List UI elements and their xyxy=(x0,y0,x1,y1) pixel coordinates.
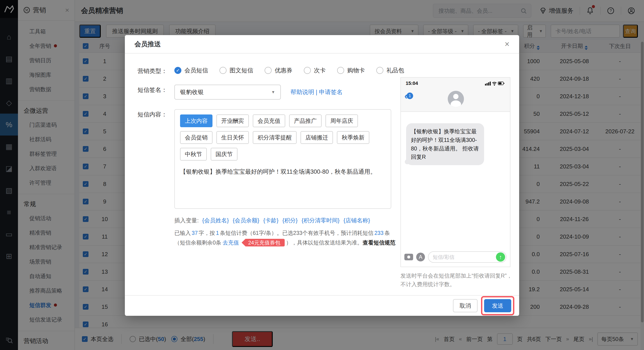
back-chevron-icon: ‹ 1 xyxy=(404,92,413,100)
summary-segment[interactable]: 24元充值券包 xyxy=(242,239,285,247)
phone-compose-bar: A 短信/彩信 ↑ xyxy=(404,251,506,263)
content-template-tab[interactable]: 店铺搬迁 xyxy=(300,131,333,144)
sms-content-box: 上次内容 开业酬宾 会员充值 产品推广 周年店庆 会员促销 xyxy=(174,109,391,209)
radio-icon xyxy=(220,67,226,74)
member-push-dialog: 会员推送 × 营销类型： 会员短信 图文短信 xyxy=(125,35,519,316)
send-arrow-icon: ↑ xyxy=(496,252,505,262)
summary-segment: 1 xyxy=(216,230,219,236)
radio-icon xyxy=(174,67,181,74)
content-template-tab[interactable]: 开业酬宾 xyxy=(216,114,249,127)
variable-link[interactable]: {积分清零时间} xyxy=(302,217,340,224)
content-template-tab[interactable]: 上次内容 xyxy=(180,114,212,127)
summary-segment: 已输入 xyxy=(174,230,191,236)
marketing-type-radio[interactable]: 图文短信 xyxy=(220,66,253,74)
sms-message-text[interactable]: 【银豹收银】换季给宝宝最好的呵护！双11全场满300-80，秋冬新品通用。 xyxy=(180,167,386,177)
content-template-tab[interactable]: 生日关怀 xyxy=(216,131,249,144)
content-template-tab[interactable]: 国庆节 xyxy=(211,148,238,160)
phone-status-bar: 15:04 xyxy=(401,78,510,89)
marketing-type-radio[interactable]: 次卡 xyxy=(304,66,326,74)
variable-link[interactable]: {会员余额} xyxy=(233,217,259,224)
sms-signature-label: 短信签名： xyxy=(138,85,174,100)
signal-wifi-battery-icon xyxy=(485,81,505,86)
cancel-button[interactable]: 取消 xyxy=(453,299,478,312)
close-icon[interactable]: × xyxy=(505,40,510,49)
content-template-tab[interactable]: 中秋节 xyxy=(180,148,207,160)
radio-icon xyxy=(376,67,383,74)
suffix-note: 发送时平台会在短信尾部加上“拒收请回复R”，不计入费用统计字数。 xyxy=(400,271,515,289)
summary-segment: 233 xyxy=(374,230,384,236)
dialog-title: 会员推送 xyxy=(134,40,505,49)
sms-bubble: 【银豹收银】换季给宝宝最好的呵护！双11全场满300-80，秋冬新品通用。 拒收… xyxy=(406,123,484,165)
variable-link[interactable]: {卡龄} xyxy=(263,217,278,224)
variable-link[interactable]: {店铺名称} xyxy=(344,217,370,224)
variable-link[interactable]: {会员姓名} xyxy=(202,217,229,224)
unread-badge: 1 xyxy=(406,93,413,99)
sms-billing-summary: 已输入37字，按1条短信计费（61字/条）。已选233个有效手机号，预计消耗短信… xyxy=(174,228,396,248)
dialog-header: 会员推送 × xyxy=(125,35,519,54)
summary-segment: 字，按 xyxy=(199,230,215,236)
app-window: ⌂ ▤ ▥ ◇ % ▦ xyxy=(0,0,644,350)
phone-chat-area: 【银豹收银】换季给宝宝最好的呵护！双11全场满300-80，秋冬新品通用。 拒收… xyxy=(401,112,510,254)
summary-segment: 37 xyxy=(192,230,198,236)
content-template-tab[interactable]: 会员促销 xyxy=(180,131,212,144)
chevron-down-icon: ▼ xyxy=(271,90,275,95)
sms-content-label: 短信内容： xyxy=(138,109,174,248)
contact-avatar xyxy=(448,91,464,107)
phone-time: 15:04 xyxy=(406,80,418,86)
content-template-tab[interactable]: 积分清零提醒 xyxy=(253,131,296,144)
sms-signature-select[interactable]: 银豹收银▼ xyxy=(174,85,281,100)
summary-segment[interactable]: 查看短信规范 xyxy=(363,240,396,246)
summary-segment[interactable]: 去充值 xyxy=(222,240,239,246)
marketing-type-radio[interactable]: 优惠券 xyxy=(264,66,292,74)
insert-variable-label: 插入变量: xyxy=(174,217,199,224)
summary-segment: 条短信计费（61字/条）。已选233个有效手机号，预计消耗短信 xyxy=(220,230,374,236)
content-template-tab[interactable]: 产品推广 xyxy=(289,114,322,127)
content-template-tab[interactable]: 周年店庆 xyxy=(326,114,358,127)
marketing-type-radio[interactable]: 礼品包 xyxy=(376,66,404,74)
radio-icon xyxy=(337,67,344,74)
radio-icon xyxy=(264,67,272,74)
marketing-type-label: 营销类型： xyxy=(138,66,174,75)
marketing-type-radio[interactable]: 购物卡 xyxy=(337,66,365,74)
phone-preview: 15:04 ‹ xyxy=(400,77,510,267)
content-template-tab[interactable]: 会员充值 xyxy=(253,114,285,127)
camera-icon xyxy=(404,254,413,260)
variable-link[interactable]: {积分} xyxy=(282,217,298,224)
phone-nav-bar: ‹ 1 xyxy=(401,89,510,112)
content-template-tab[interactable]: 秋季焕新 xyxy=(337,131,369,144)
dialog-footer: 取消 发送 xyxy=(125,295,519,316)
appstore-icon: A xyxy=(416,253,425,261)
signature-help-link[interactable]: 帮助说明 | 申请签名 xyxy=(290,85,342,100)
sms-compose-input: 短信/彩信 ↑ xyxy=(428,251,506,263)
radio-icon xyxy=(304,67,311,74)
send-button[interactable]: 发送 xyxy=(484,299,511,312)
summary-segment: ），具体以短信发送结果为准。 xyxy=(286,240,363,246)
marketing-type-radio[interactable]: 会员短信 xyxy=(174,66,208,74)
